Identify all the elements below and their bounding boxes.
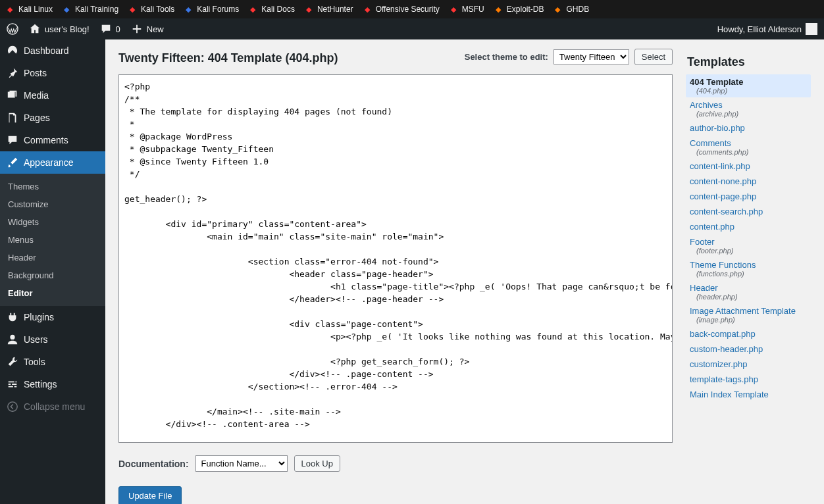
code-editor-textarea[interactable] <box>118 74 673 443</box>
template-item[interactable]: custom-header.php <box>686 341 811 357</box>
template-link[interactable]: Theme Functions <box>690 260 756 270</box>
pages-icon <box>7 112 18 124</box>
template-item[interactable]: Theme Functions(functions.php) <box>686 257 811 280</box>
bookmark-item[interactable]: ◆Offensive Security <box>363 5 440 14</box>
bookmark-item[interactable]: ◆GHDB <box>553 5 589 14</box>
admin-sidebar: DashboardPostsMediaPagesCommentsAppearan… <box>0 39 105 504</box>
home-icon <box>29 23 41 35</box>
sidebar-item-media[interactable]: Media <box>0 84 105 107</box>
template-link[interactable]: back-compat.php <box>690 329 756 339</box>
templates-heading: Templates <box>686 49 811 74</box>
submenu-item-background[interactable]: Background <box>0 266 105 284</box>
template-link[interactable]: content-page.php <box>690 191 756 201</box>
template-filename: (archive.php) <box>690 110 807 118</box>
template-link[interactable]: content-link.php <box>690 161 750 171</box>
submenu-item-header[interactable]: Header <box>0 249 105 266</box>
template-item[interactable]: content-page.php <box>686 189 811 204</box>
template-item[interactable]: content-link.php <box>686 159 811 174</box>
sidebar-item-posts[interactable]: Posts <box>0 62 105 84</box>
select-theme-button[interactable]: Select <box>634 49 673 65</box>
template-link[interactable]: template-tags.php <box>690 374 758 384</box>
submenu-item-menus[interactable]: Menus <box>0 231 105 249</box>
bookmark-item[interactable]: ◆Kali Forums <box>184 5 239 14</box>
submenu-item-editor[interactable]: Editor <box>0 284 105 302</box>
submenu-item-widgets[interactable]: Widgets <box>0 213 105 231</box>
template-item[interactable]: author-bio.php <box>686 120 811 136</box>
bookmark-label: MSFU <box>462 5 484 14</box>
comments-link[interactable]: 0 <box>100 23 120 35</box>
documentation-label: Documentation: <box>118 459 189 469</box>
template-link[interactable]: Comments <box>690 138 731 148</box>
new-link[interactable]: New <box>131 23 164 35</box>
submenu-item-customize[interactable]: Customize <box>0 195 105 213</box>
template-link[interactable]: Archives <box>690 100 723 110</box>
template-item[interactable]: content-search.php <box>686 204 811 219</box>
theme-select[interactable]: Twenty Fifteen <box>554 49 629 64</box>
sidebar-item-label: Plugins <box>24 312 54 322</box>
template-item[interactable]: 404 Template(404.php) <box>686 74 811 97</box>
sidebar-item-label: Tools <box>24 357 45 367</box>
template-item[interactable]: Main Index Template <box>686 387 811 402</box>
template-item[interactable]: Footer(footer.php) <box>686 234 811 257</box>
bookmark-icon: ◆ <box>363 5 372 14</box>
bookmark-item[interactable]: ◆Exploit-DB <box>494 5 544 14</box>
update-file-button[interactable]: Update File <box>118 486 182 504</box>
bookmark-label: GHDB <box>566 5 589 14</box>
sidebar-item-dashboard[interactable]: Dashboard <box>0 39 105 62</box>
collapse-menu[interactable]: Collapse menu <box>0 395 105 418</box>
template-link[interactable]: content-search.php <box>690 207 763 216</box>
bookmark-icon: ◆ <box>553 5 562 14</box>
brush-icon <box>7 157 18 168</box>
sidebar-item-appearance[interactable]: Appearance <box>0 151 105 174</box>
sidebar-item-pages[interactable]: Pages <box>0 107 105 129</box>
template-link[interactable]: Main Index Template <box>690 390 769 399</box>
bookmark-label: Kali Forums <box>197 5 239 14</box>
sidebar-item-label: Media <box>24 90 49 101</box>
user-icon <box>7 334 18 345</box>
template-item[interactable]: customizer.php <box>686 357 811 372</box>
documentation-select[interactable]: Function Name... <box>195 455 288 472</box>
template-link[interactable]: author-bio.php <box>690 123 745 133</box>
bookmark-item[interactable]: ◆Kali Docs <box>248 5 295 14</box>
template-link[interactable]: Header <box>690 283 718 293</box>
sidebar-item-comments[interactable]: Comments <box>0 129 105 151</box>
template-item[interactable]: Comments(comments.php) <box>686 136 811 159</box>
template-link[interactable]: Image Attachment Template <box>690 306 796 316</box>
template-link[interactable]: content.php <box>690 222 734 232</box>
sidebar-item-tools[interactable]: Tools <box>0 351 105 373</box>
howdy-account[interactable]: Howdy, Elliot Alderson <box>717 23 817 35</box>
template-item[interactable]: Header(header.php) <box>686 280 811 303</box>
template-link[interactable]: custom-header.php <box>690 344 763 354</box>
template-item[interactable]: back-compat.php <box>686 326 811 341</box>
template-link[interactable]: 404 Template <box>690 77 743 87</box>
submenu-item-themes[interactable]: Themes <box>0 178 105 195</box>
bookmark-item[interactable]: ◆MSFU <box>449 5 484 14</box>
sidebar-item-label: Comments <box>24 135 68 145</box>
template-item[interactable]: content.php <box>686 219 811 234</box>
wp-logo[interactable] <box>7 23 18 35</box>
template-item[interactable]: template-tags.php <box>686 372 811 387</box>
plus-icon <box>131 23 143 35</box>
template-item[interactable]: Archives(archive.php) <box>686 97 811 120</box>
template-link[interactable]: Footer <box>690 237 715 247</box>
template-item[interactable]: Image Attachment Template(image.php) <box>686 303 811 326</box>
site-name-link[interactable]: user's Blog! <box>29 23 90 35</box>
template-link[interactable]: content-none.php <box>690 176 756 186</box>
sidebar-item-users[interactable]: Users <box>0 328 105 351</box>
bookmark-item[interactable]: ◆Kali Linux <box>5 5 53 14</box>
settings-icon <box>7 378 18 390</box>
sidebar-item-label: Settings <box>24 379 57 390</box>
lookup-button[interactable]: Look Up <box>294 455 340 472</box>
sidebar-item-plugins[interactable]: Plugins <box>0 306 105 328</box>
bookmark-item[interactable]: ◆Kali Tools <box>128 5 174 14</box>
bookmark-item[interactable]: ◆Kali Training <box>62 5 118 14</box>
template-filename: (image.php) <box>690 316 807 324</box>
bookmark-icon: ◆ <box>449 5 458 14</box>
collapse-icon <box>7 401 18 413</box>
select-theme-label: Select theme to edit: <box>465 52 548 62</box>
template-link[interactable]: customizer.php <box>690 359 747 369</box>
template-item[interactable]: content-none.php <box>686 174 811 189</box>
bookmark-item[interactable]: ◆NetHunter <box>304 5 353 14</box>
sidebar-item-settings[interactable]: Settings <box>0 373 105 395</box>
media-icon <box>7 89 18 101</box>
